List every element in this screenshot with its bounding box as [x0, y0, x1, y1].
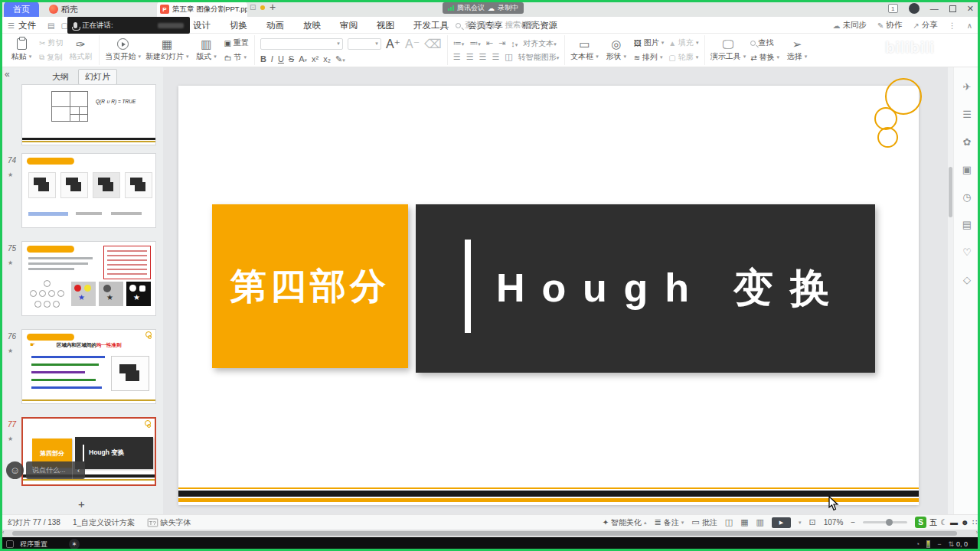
indent-decrease-button[interactable]: ⇤	[486, 38, 493, 48]
play-options-caret[interactable]: ▾	[799, 520, 802, 526]
underline-button[interactable]: U	[278, 54, 284, 64]
sorter-view-button[interactable]: ▦	[740, 517, 748, 527]
missing-font-warning[interactable]: T? 缺失字体	[147, 517, 191, 528]
font-color-button[interactable]: A▾	[299, 54, 307, 64]
notes-button[interactable]: ≣备注▾	[655, 517, 684, 528]
history-icon[interactable]: ◷	[962, 191, 971, 203]
justify-icon[interactable]: ☰	[492, 52, 499, 62]
zoom-slider-thumb[interactable]	[886, 519, 893, 526]
minus-icon[interactable]: −	[937, 540, 941, 548]
replace-button[interactable]: ⇄ 替换▾	[750, 52, 779, 63]
smart-beautify-button[interactable]: ✦智能美化▴	[603, 517, 647, 528]
hscroll-thumb[interactable]	[12, 531, 957, 536]
tab-home[interactable]: 首页	[4, 2, 39, 17]
tray-badge[interactable]: 1	[888, 4, 898, 13]
sogou-icon[interactable]: S	[915, 517, 926, 528]
moon-icon[interactable]: ☾	[940, 518, 947, 527]
comments-button[interactable]: ▭批注	[691, 517, 717, 528]
scroll-left-icon[interactable]: ‹	[2, 530, 4, 535]
smart-graphic-button[interactable]: 转智能图形▾	[518, 52, 560, 63]
layout-button[interactable]: ▥ 版式▾	[193, 38, 219, 62]
vertical-scrollbar[interactable]	[948, 67, 953, 514]
new-tab-button[interactable]: +	[270, 1, 276, 13]
fill-button[interactable]: ▲ 填充▾	[668, 37, 698, 48]
menu-design[interactable]: 设计	[193, 20, 211, 31]
picture-button[interactable]: 🖾 图片▾	[634, 37, 665, 48]
command-search[interactable]: 查找命令、搜索模板	[456, 17, 537, 34]
strike-button[interactable]: S	[289, 54, 294, 64]
add-slide-button[interactable]: +	[0, 497, 163, 510]
shapes-button[interactable]: ◎ 形状▾	[603, 38, 629, 62]
slideshow-play-button[interactable]: ▶	[772, 517, 791, 528]
layers-icon[interactable]: ▣	[962, 164, 972, 175]
current-slide[interactable]: 第四部分 Hough 变换	[178, 86, 919, 505]
sync-status[interactable]: ☁未同步	[832, 20, 867, 31]
ime-chinese-icon[interactable]: 五	[929, 517, 937, 528]
slide-thumb-76[interactable]: ☛ 区域内和区域间的均一性准则	[21, 329, 156, 404]
clock-icon[interactable]: ◔	[916, 540, 920, 548]
play-from-current-button[interactable]: 当页开始▾	[105, 38, 141, 62]
tab-document[interactable]: P 第五章 图像分割PPT.pptx	[157, 2, 247, 17]
zoom-level[interactable]: 107%	[824, 518, 844, 527]
title-box[interactable]: Hough 变换	[416, 204, 875, 373]
keyboard-icon[interactable]: ▬	[950, 518, 958, 527]
tab-outline[interactable]: 大纲	[46, 70, 75, 84]
user-avatar[interactable]	[909, 3, 920, 14]
menu-slideshow[interactable]: 放映	[303, 20, 321, 31]
normal-view-button[interactable]: ◫	[725, 517, 733, 527]
slide-canvas[interactable]: 第四部分 Hough 变换	[163, 67, 948, 514]
align-text-button[interactable]: 对齐文本▾	[523, 38, 557, 49]
collaborate-button[interactable]: ✎协作	[877, 20, 902, 31]
chat-input[interactable]: 说点什么...	[26, 465, 72, 475]
share-button[interactable]: ↗分享	[913, 20, 937, 31]
paste-button[interactable]: 粘贴▾	[8, 38, 34, 62]
text-box-button[interactable]: ▭ 文本框▾	[570, 38, 599, 62]
outline-button[interactable]: ▢ 轮廓▾	[668, 52, 698, 63]
scroll-right-icon[interactable]: ›	[976, 530, 978, 535]
app-icon[interactable]	[6, 540, 14, 548]
assistant-icon[interactable]: ✈	[963, 81, 972, 93]
columns-icon[interactable]: ◫	[505, 52, 512, 62]
select-button[interactable]: ➢ 选择▾	[784, 38, 810, 62]
font-decrease-button[interactable]: A⁻	[405, 37, 420, 51]
superscript-button[interactable]: x²	[312, 54, 318, 64]
effects-icon[interactable]: ✿	[963, 136, 972, 148]
emoji-icon[interactable]: ☺	[6, 461, 24, 479]
bold-button[interactable]: B	[260, 54, 266, 64]
idea-icon[interactable]: ♡	[962, 246, 972, 258]
person-icon[interactable]: ☻	[961, 518, 969, 527]
reset-button[interactable]: ▣ 重置	[224, 37, 248, 48]
flower-logo-icon[interactable]: ✶	[69, 539, 80, 549]
menu-file[interactable]: ☰ 文件	[8, 17, 36, 34]
horizontal-scroll-strip[interactable]: ‹ ›	[0, 530, 980, 537]
close-button[interactable]: ✕	[967, 5, 974, 13]
slide-thumb-75[interactable]: ★ ★ ★	[21, 241, 156, 316]
menu-view[interactable]: 视图	[377, 20, 394, 31]
cut-button[interactable]: ✂ 剪切	[39, 37, 63, 48]
slide-thumb-73[interactable]: Q(R ∪ R) = TRUE	[21, 84, 156, 145]
font-size-select[interactable]: ▾	[348, 38, 381, 50]
part-label-box[interactable]: 第四部分	[212, 204, 408, 368]
clear-format-button[interactable]: ⌫	[424, 37, 442, 51]
properties-icon[interactable]: ☰	[962, 109, 972, 120]
grid-icon[interactable]: ∷	[972, 518, 977, 527]
zoom-slider[interactable]	[863, 521, 907, 523]
image-edit-icon[interactable]: ▤	[962, 219, 972, 230]
scrollbar-thumb[interactable]	[949, 167, 952, 217]
collapse-ribbon-icon[interactable]: ∧	[967, 21, 972, 30]
pin-icon[interactable]: ⊡	[250, 3, 256, 11]
copy-button[interactable]: ⧉ 复制	[39, 52, 63, 63]
align-left-icon[interactable]: ☰	[453, 52, 461, 62]
reading-view-button[interactable]: ▥	[756, 517, 764, 527]
tab-slides[interactable]: 幻灯片	[78, 69, 117, 85]
align-right-icon[interactable]: ☰	[479, 52, 487, 62]
indent-increase-button[interactable]: ⇥	[498, 38, 505, 48]
resource-icon[interactable]: ◇	[963, 274, 971, 285]
slide-thumb-74[interactable]	[21, 153, 156, 228]
design-scheme[interactable]: 1_自定义设计方案	[73, 517, 135, 528]
align-center-icon[interactable]: ☰	[466, 52, 474, 62]
format-painter-button[interactable]: ✑ 格式刷	[67, 38, 93, 62]
restore-button[interactable]	[949, 5, 956, 12]
present-tools-button[interactable]: 🖵 演示工具▾	[710, 38, 746, 62]
minimize-button[interactable]: —	[930, 5, 939, 13]
